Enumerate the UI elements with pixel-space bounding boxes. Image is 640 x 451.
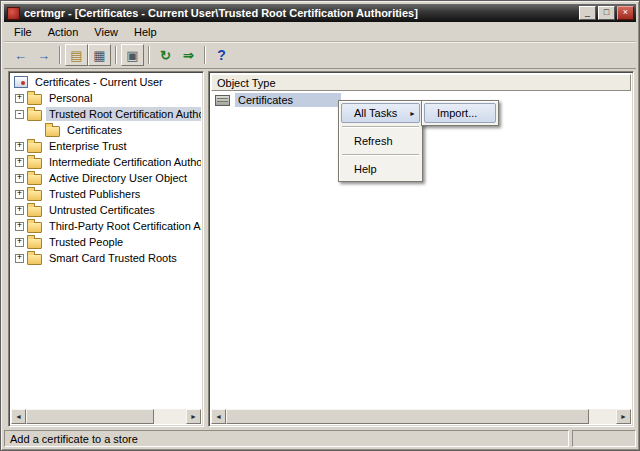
tree-item-personal[interactable]: + Personal xyxy=(11,90,201,106)
menu-item-label: Refresh xyxy=(354,135,393,147)
close-button[interactable]: × xyxy=(617,6,634,20)
help-button[interactable]: ? xyxy=(210,44,233,66)
tree-item-label: Certificates xyxy=(64,123,125,137)
tree-item-label: Enterprise Trust xyxy=(46,139,130,153)
expand-icon[interactable]: + xyxy=(15,254,24,263)
tree-item-certificates[interactable]: Certificates xyxy=(11,122,201,138)
menu-item-help[interactable]: Help xyxy=(341,159,420,179)
toolbar-separator xyxy=(204,46,206,64)
expand-icon[interactable]: + xyxy=(15,238,24,247)
properties-icon: ▦ xyxy=(93,48,105,63)
back-icon: ← xyxy=(14,48,27,63)
expand-icon[interactable]: + xyxy=(15,142,24,151)
status-bar: Add a certificate to a store xyxy=(4,428,636,447)
tree-item-enterprise-trust[interactable]: + Enterprise Trust xyxy=(11,138,201,154)
tree-item-trusted-people[interactable]: + Trusted People xyxy=(11,234,201,250)
refresh-button[interactable]: ↻ xyxy=(154,44,177,66)
expand-icon[interactable]: + xyxy=(15,206,24,215)
toolbar: ← → ▤ ▦ ▣ ↻ ⇒ ? xyxy=(4,42,636,69)
forward-icon: → xyxy=(37,48,50,63)
submenu-item-import[interactable]: Import... xyxy=(424,103,496,123)
show-hide-console-tree-button[interactable]: ▤ xyxy=(65,44,88,66)
tree-item-smart-card-trusted-roots[interactable]: + Smart Card Trusted Roots xyxy=(11,250,201,266)
title-bar[interactable]: certmgr - [Certificates - Current User\T… xyxy=(4,4,636,22)
tree-item-active-directory-user-object[interactable]: + Active Directory User Object xyxy=(11,170,201,186)
menu-item-label: Help xyxy=(354,163,377,175)
collapse-icon[interactable]: - xyxy=(15,110,24,119)
expand-icon[interactable]: + xyxy=(15,94,24,103)
folder-icon xyxy=(27,174,42,185)
tree-item-label: Trusted Publishers xyxy=(46,187,143,201)
tree-item-label: Active Directory User Object xyxy=(46,171,190,185)
expand-icon[interactable]: + xyxy=(15,174,24,183)
menu-item-label: Import... xyxy=(437,107,477,119)
expand-icon[interactable]: + xyxy=(15,222,24,231)
left-pane-hscrollbar[interactable]: ◄ ► xyxy=(11,409,201,424)
submenu-arrow-icon: ► xyxy=(409,110,416,117)
folder-icon xyxy=(27,158,42,169)
column-header-object-type[interactable]: Object Type xyxy=(211,74,631,91)
tree-item-third-party-root-certification-authorities[interactable]: + Third-Party Root Certification Authori… xyxy=(11,218,201,234)
expand-icon[interactable]: + xyxy=(15,158,24,167)
scroll-right-button[interactable]: ► xyxy=(186,409,201,424)
scroll-thumb[interactable] xyxy=(226,409,589,424)
certmgr-app-icon xyxy=(7,7,20,20)
all-tasks-submenu: Import... xyxy=(421,100,499,126)
tree-item-label: Certificates - Current User xyxy=(32,75,166,89)
certmgr-window: certmgr - [Certificates - Current User\T… xyxy=(0,0,640,451)
certificates-store-icon xyxy=(14,76,28,88)
toolbar-separator xyxy=(148,46,150,64)
tree-item-label: Intermediate Certification Authorities xyxy=(46,155,201,169)
refresh-icon: ↻ xyxy=(160,48,171,63)
export-list-button[interactable]: ⇒ xyxy=(177,44,200,66)
back-button[interactable]: ← xyxy=(9,44,32,66)
menu-file[interactable]: File xyxy=(6,23,40,41)
folder-icon xyxy=(27,254,42,265)
tree-item-intermediate-certification-authorities[interactable]: + Intermediate Certification Authorities xyxy=(11,154,201,170)
tree-item-label: Untrusted Certificates xyxy=(46,203,158,217)
folder-icon xyxy=(27,222,42,233)
tree-item-trusted-root-certification-authorities[interactable]: - Trusted Root Certification Authorities xyxy=(11,106,201,122)
show-hide-console-tree-icon: ▤ xyxy=(70,48,82,63)
copy-button[interactable]: ▣ xyxy=(121,44,144,66)
minimize-button[interactable]: _ xyxy=(579,6,596,20)
scroll-right-button[interactable]: ► xyxy=(616,409,631,424)
scroll-track[interactable] xyxy=(26,409,186,424)
tree-item-trusted-publishers[interactable]: + Trusted Publishers xyxy=(11,186,201,202)
scroll-thumb[interactable] xyxy=(26,409,154,424)
menu-separator xyxy=(342,126,419,128)
folder-icon xyxy=(27,206,42,217)
tree-item-label: Trusted Root Certification Authorities xyxy=(46,107,201,121)
tree-item-label: Smart Card Trusted Roots xyxy=(46,251,180,265)
forward-button[interactable]: → xyxy=(32,44,55,66)
status-text: Add a certificate to a store xyxy=(4,430,569,447)
scroll-left-button[interactable]: ◄ xyxy=(211,409,226,424)
tree-item-certificates-current-user[interactable]: Certificates - Current User xyxy=(11,74,201,90)
tree-item-label: Trusted People xyxy=(46,235,126,249)
help-icon: ? xyxy=(217,47,226,63)
tree-item-label: Third-Party Root Certification Authoriti… xyxy=(46,219,201,233)
folder-icon xyxy=(27,142,42,153)
toolbar-separator xyxy=(115,46,117,64)
copy-icon: ▣ xyxy=(126,48,138,63)
menu-item-label: All Tasks xyxy=(354,107,397,119)
menu-item-all-tasks[interactable]: All Tasks ► xyxy=(341,103,420,123)
folder-icon xyxy=(45,126,60,137)
right-pane-hscrollbar[interactable]: ◄ ► xyxy=(211,409,631,424)
menu-bar: File Action View Help xyxy=(4,22,636,42)
scroll-track[interactable] xyxy=(226,409,616,424)
expand-icon[interactable]: + xyxy=(15,190,24,199)
list-item-label: Certificates xyxy=(235,93,341,107)
menu-item-refresh[interactable]: Refresh xyxy=(341,131,420,151)
menu-view[interactable]: View xyxy=(86,23,126,41)
context-menu: All Tasks ► Refresh Help xyxy=(338,100,423,182)
menu-separator xyxy=(342,154,419,156)
maximize-button[interactable]: □ xyxy=(598,6,615,20)
menu-action[interactable]: Action xyxy=(40,23,87,41)
properties-button[interactable]: ▦ xyxy=(88,44,111,66)
tree-item-untrusted-certificates[interactable]: + Untrusted Certificates xyxy=(11,202,201,218)
certificates-icon xyxy=(215,95,230,106)
status-side-panel xyxy=(572,430,636,447)
menu-help[interactable]: Help xyxy=(126,23,165,41)
scroll-left-button[interactable]: ◄ xyxy=(11,409,26,424)
